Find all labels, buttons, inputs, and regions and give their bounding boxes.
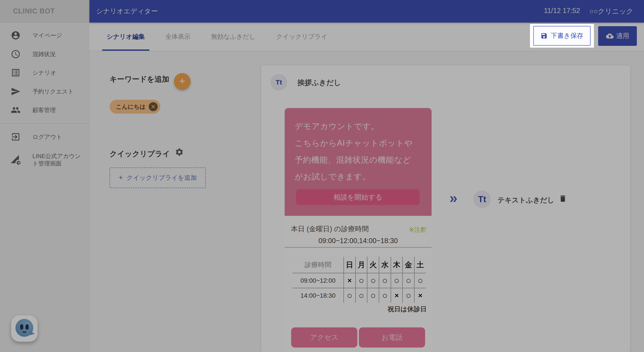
save-icon (540, 32, 548, 39)
spotlight-highlight: 下書き保存 (530, 24, 594, 48)
save-draft-button[interactable]: 下書き保存 (533, 26, 590, 46)
tutorial-dim-overlay (0, 0, 644, 352)
